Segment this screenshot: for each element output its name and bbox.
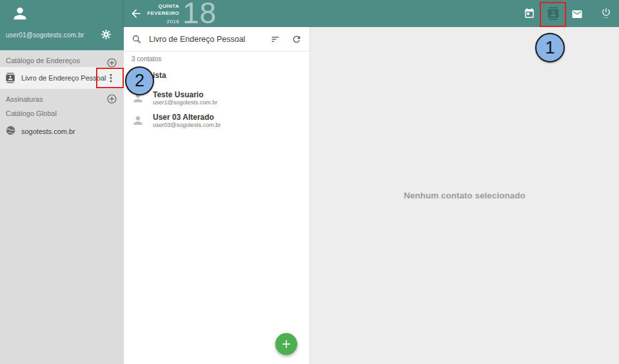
search-bar[interactable]: Livro de Endereço Pessoal xyxy=(124,27,310,52)
contact-name: User 03 Alterado xyxy=(153,113,214,122)
contact-row[interactable]: Teste Usuario user1@sogotests.com.br xyxy=(124,87,310,110)
sidebar: user01@sogotests.com.br Catálogo de Ende… xyxy=(0,0,124,364)
empty-selection-message: Nenhum contato selecionado xyxy=(404,191,525,200)
date-year: 2016 xyxy=(135,18,179,25)
contact-avatar-icon xyxy=(132,114,144,127)
contact-email: user1@sogotests.com.br xyxy=(153,99,217,106)
current-date: QUINTA FEVEREIRO 2016 xyxy=(135,3,179,25)
globe-icon xyxy=(5,125,16,136)
mail-icon[interactable] xyxy=(571,8,583,20)
addressbook-icon xyxy=(5,73,15,83)
power-icon[interactable] xyxy=(600,7,612,19)
sidebar-header-global-catalog: Catálogo Global xyxy=(6,110,57,117)
sidebar-item-global-addressbook[interactable]: sogotests.com.br xyxy=(0,121,124,139)
search-icon xyxy=(132,34,142,44)
calendar-icon[interactable] xyxy=(524,8,535,19)
contact-name: ista xyxy=(153,71,166,80)
annotation-step-2-marker: 2 xyxy=(125,66,154,95)
sidebar-account-header: user01@sogotests.com.br xyxy=(0,0,124,50)
date-day-number: 18 xyxy=(182,0,217,28)
date-month: FEVEREIRO xyxy=(135,10,179,17)
sidebar-header-address-catalogs: Catálogo de Endereços xyxy=(6,57,80,64)
search-scope-label: Livro de Endereço Pessoal xyxy=(149,35,270,44)
detail-panel: Nenhum contato selecionado xyxy=(310,27,619,364)
contact-email: user03@sogotests.com.br xyxy=(153,122,221,128)
add-subscription-button[interactable] xyxy=(106,93,117,104)
gear-icon[interactable] xyxy=(101,29,112,40)
contact-row[interactable]: User 03 Alterado user03@sogotests.com.br xyxy=(124,110,310,132)
annotation-highlight-kebab-menu xyxy=(96,68,124,88)
date-weekday: QUINTA xyxy=(135,3,179,10)
add-contact-fab[interactable] xyxy=(275,333,297,355)
sogo-contacts-app: user01@sogotests.com.br Catálogo de Ende… xyxy=(0,0,619,364)
contact-name: Teste Usuario xyxy=(153,90,203,99)
annotation-highlight-contacts-icon xyxy=(540,2,566,27)
sidebar-item-label: sogotests.com.br xyxy=(21,128,75,135)
user-email: user01@sogotests.com.br xyxy=(6,32,84,39)
sidebar-header-subscriptions: Assinaturas xyxy=(6,95,43,103)
annotation-step-1-marker: 1 xyxy=(535,33,565,62)
person-icon xyxy=(11,5,29,23)
plus-icon xyxy=(281,339,291,349)
sidebar-item-label: Livro de Endereço Pessoal xyxy=(21,74,106,82)
refresh-icon[interactable] xyxy=(291,34,302,44)
contact-count: 3 contatos xyxy=(132,55,161,62)
sort-icon[interactable] xyxy=(270,34,280,44)
